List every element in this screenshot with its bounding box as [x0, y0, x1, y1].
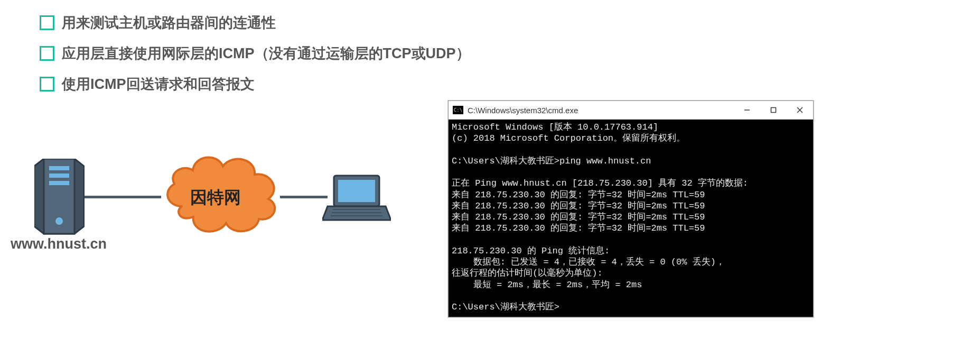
close-button[interactable] — [787, 101, 813, 119]
bullet-list: 用来测试主机或路由器间的连通性 应用层直接使用网际层的ICMP（没有通过运输层的… — [40, 13, 470, 105]
svg-rect-13 — [771, 108, 776, 113]
bullet-text: 使用ICMP回送请求和回答报文 — [62, 75, 255, 94]
checkbox-icon — [40, 15, 54, 30]
bullet-item: 使用ICMP回送请求和回答报文 — [40, 75, 470, 94]
cmd-output[interactable]: Microsoft Windows [版本 10.0.17763.914] (c… — [449, 120, 813, 317]
connection-line — [280, 196, 328, 198]
cmd-title: C:\Windows\system32\cmd.exe — [468, 106, 734, 115]
svg-rect-3 — [49, 174, 69, 178]
minimize-button[interactable] — [734, 101, 760, 119]
laptop-icon — [322, 174, 391, 226]
checkbox-icon — [40, 46, 54, 61]
svg-marker-8 — [322, 206, 391, 220]
server-label: www.hnust.cn — [11, 236, 107, 252]
bullet-text: 应用层直接使用网际层的ICMP（没有通过运输层的TCP或UDP） — [62, 44, 470, 63]
checkbox-icon — [40, 77, 54, 92]
cloud-label: 因特网 — [190, 186, 241, 209]
bullet-item: 用来测试主机或路由器间的连通性 — [40, 13, 470, 32]
bullet-item: 应用层直接使用网际层的ICMP（没有通过运输层的TCP或UDP） — [40, 44, 470, 63]
svg-rect-4 — [49, 181, 69, 185]
svg-rect-7 — [338, 180, 375, 202]
cmd-titlebar[interactable]: C:\ C:\Windows\system32\cmd.exe — [449, 101, 813, 120]
svg-rect-2 — [49, 166, 69, 170]
maximize-button[interactable] — [760, 101, 787, 119]
svg-point-5 — [55, 217, 63, 225]
connection-line — [82, 196, 161, 198]
network-diagram: www.hnust.cn 因特网 — [16, 143, 407, 259]
cmd-app-icon: C:\ — [453, 106, 463, 114]
cmd-window: C:\ C:\Windows\system32\cmd.exe Microsof… — [448, 101, 814, 317]
server-icon — [34, 159, 85, 238]
bullet-text: 用来测试主机或路由器间的连通性 — [62, 13, 276, 32]
